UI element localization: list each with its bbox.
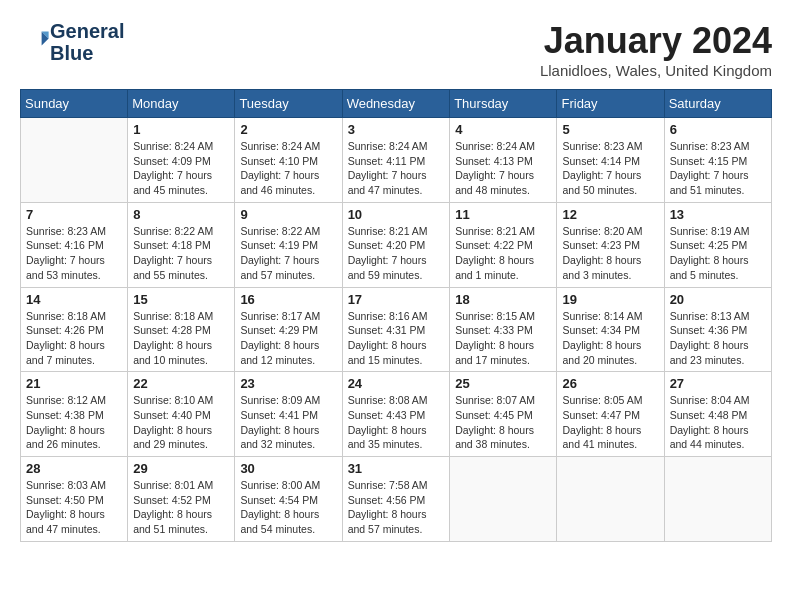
- day-number: 19: [562, 292, 658, 307]
- day-number: 5: [562, 122, 658, 137]
- day-info: Sunrise: 8:24 AM Sunset: 4:10 PM Dayligh…: [240, 139, 336, 198]
- calendar-cell: 11Sunrise: 8:21 AM Sunset: 4:22 PM Dayli…: [450, 202, 557, 287]
- calendar-cell: 10Sunrise: 8:21 AM Sunset: 4:20 PM Dayli…: [342, 202, 450, 287]
- day-number: 24: [348, 376, 445, 391]
- day-info: Sunrise: 8:22 AM Sunset: 4:18 PM Dayligh…: [133, 224, 229, 283]
- calendar-cell: 4Sunrise: 8:24 AM Sunset: 4:13 PM Daylig…: [450, 118, 557, 203]
- day-info: Sunrise: 8:14 AM Sunset: 4:34 PM Dayligh…: [562, 309, 658, 368]
- day-info: Sunrise: 8:23 AM Sunset: 4:14 PM Dayligh…: [562, 139, 658, 198]
- week-row-3: 14Sunrise: 8:18 AM Sunset: 4:26 PM Dayli…: [21, 287, 772, 372]
- day-info: Sunrise: 8:03 AM Sunset: 4:50 PM Dayligh…: [26, 478, 122, 537]
- calendar-cell: 29Sunrise: 8:01 AM Sunset: 4:52 PM Dayli…: [128, 457, 235, 542]
- day-info: Sunrise: 8:24 AM Sunset: 4:11 PM Dayligh…: [348, 139, 445, 198]
- calendar-cell: 16Sunrise: 8:17 AM Sunset: 4:29 PM Dayli…: [235, 287, 342, 372]
- calendar-cell: [21, 118, 128, 203]
- calendar-cell: 17Sunrise: 8:16 AM Sunset: 4:31 PM Dayli…: [342, 287, 450, 372]
- day-info: Sunrise: 7:58 AM Sunset: 4:56 PM Dayligh…: [348, 478, 445, 537]
- logo: General Blue: [20, 20, 124, 64]
- day-number: 14: [26, 292, 122, 307]
- day-info: Sunrise: 8:13 AM Sunset: 4:36 PM Dayligh…: [670, 309, 766, 368]
- day-number: 22: [133, 376, 229, 391]
- calendar-cell: 25Sunrise: 8:07 AM Sunset: 4:45 PM Dayli…: [450, 372, 557, 457]
- column-header-sunday: Sunday: [21, 90, 128, 118]
- day-info: Sunrise: 8:01 AM Sunset: 4:52 PM Dayligh…: [133, 478, 229, 537]
- column-header-wednesday: Wednesday: [342, 90, 450, 118]
- day-info: Sunrise: 8:07 AM Sunset: 4:45 PM Dayligh…: [455, 393, 551, 452]
- day-info: Sunrise: 8:16 AM Sunset: 4:31 PM Dayligh…: [348, 309, 445, 368]
- day-number: 15: [133, 292, 229, 307]
- day-number: 29: [133, 461, 229, 476]
- calendar-cell: 8Sunrise: 8:22 AM Sunset: 4:18 PM Daylig…: [128, 202, 235, 287]
- day-info: Sunrise: 8:17 AM Sunset: 4:29 PM Dayligh…: [240, 309, 336, 368]
- calendar-cell: 1Sunrise: 8:24 AM Sunset: 4:09 PM Daylig…: [128, 118, 235, 203]
- calendar-cell: 3Sunrise: 8:24 AM Sunset: 4:11 PM Daylig…: [342, 118, 450, 203]
- calendar-cell: 15Sunrise: 8:18 AM Sunset: 4:28 PM Dayli…: [128, 287, 235, 372]
- calendar-cell: 18Sunrise: 8:15 AM Sunset: 4:33 PM Dayli…: [450, 287, 557, 372]
- day-number: 23: [240, 376, 336, 391]
- calendar-cell: 12Sunrise: 8:20 AM Sunset: 4:23 PM Dayli…: [557, 202, 664, 287]
- calendar-cell: 28Sunrise: 8:03 AM Sunset: 4:50 PM Dayli…: [21, 457, 128, 542]
- day-number: 28: [26, 461, 122, 476]
- location: Llanidloes, Wales, United Kingdom: [540, 62, 772, 79]
- calendar-cell: 27Sunrise: 8:04 AM Sunset: 4:48 PM Dayli…: [664, 372, 771, 457]
- day-info: Sunrise: 8:18 AM Sunset: 4:26 PM Dayligh…: [26, 309, 122, 368]
- calendar-cell: 13Sunrise: 8:19 AM Sunset: 4:25 PM Dayli…: [664, 202, 771, 287]
- calendar-header-row: SundayMondayTuesdayWednesdayThursdayFrid…: [21, 90, 772, 118]
- day-number: 10: [348, 207, 445, 222]
- calendar-cell: 26Sunrise: 8:05 AM Sunset: 4:47 PM Dayli…: [557, 372, 664, 457]
- day-info: Sunrise: 8:24 AM Sunset: 4:09 PM Dayligh…: [133, 139, 229, 198]
- day-number: 12: [562, 207, 658, 222]
- day-info: Sunrise: 8:21 AM Sunset: 4:20 PM Dayligh…: [348, 224, 445, 283]
- calendar-cell: 20Sunrise: 8:13 AM Sunset: 4:36 PM Dayli…: [664, 287, 771, 372]
- day-number: 2: [240, 122, 336, 137]
- column-header-tuesday: Tuesday: [235, 90, 342, 118]
- day-info: Sunrise: 8:04 AM Sunset: 4:48 PM Dayligh…: [670, 393, 766, 452]
- logo-icon: [22, 26, 50, 54]
- day-number: 4: [455, 122, 551, 137]
- calendar-cell: 31Sunrise: 7:58 AM Sunset: 4:56 PM Dayli…: [342, 457, 450, 542]
- day-number: 25: [455, 376, 551, 391]
- day-info: Sunrise: 8:19 AM Sunset: 4:25 PM Dayligh…: [670, 224, 766, 283]
- page-header: General Blue January 2024 Llanidloes, Wa…: [20, 20, 772, 79]
- day-info: Sunrise: 8:21 AM Sunset: 4:22 PM Dayligh…: [455, 224, 551, 283]
- column-header-thursday: Thursday: [450, 90, 557, 118]
- calendar-cell: 21Sunrise: 8:12 AM Sunset: 4:38 PM Dayli…: [21, 372, 128, 457]
- logo-text: General Blue: [50, 20, 124, 64]
- calendar-cell: 30Sunrise: 8:00 AM Sunset: 4:54 PM Dayli…: [235, 457, 342, 542]
- calendar-cell: 19Sunrise: 8:14 AM Sunset: 4:34 PM Dayli…: [557, 287, 664, 372]
- week-row-5: 28Sunrise: 8:03 AM Sunset: 4:50 PM Dayli…: [21, 457, 772, 542]
- day-info: Sunrise: 8:18 AM Sunset: 4:28 PM Dayligh…: [133, 309, 229, 368]
- day-info: Sunrise: 8:22 AM Sunset: 4:19 PM Dayligh…: [240, 224, 336, 283]
- day-number: 18: [455, 292, 551, 307]
- day-info: Sunrise: 8:08 AM Sunset: 4:43 PM Dayligh…: [348, 393, 445, 452]
- column-header-saturday: Saturday: [664, 90, 771, 118]
- day-info: Sunrise: 8:09 AM Sunset: 4:41 PM Dayligh…: [240, 393, 336, 452]
- calendar-cell: 7Sunrise: 8:23 AM Sunset: 4:16 PM Daylig…: [21, 202, 128, 287]
- day-number: 3: [348, 122, 445, 137]
- week-row-1: 1Sunrise: 8:24 AM Sunset: 4:09 PM Daylig…: [21, 118, 772, 203]
- day-number: 11: [455, 207, 551, 222]
- column-header-friday: Friday: [557, 90, 664, 118]
- day-info: Sunrise: 8:23 AM Sunset: 4:15 PM Dayligh…: [670, 139, 766, 198]
- month-title: January 2024: [540, 20, 772, 62]
- day-number: 17: [348, 292, 445, 307]
- day-number: 21: [26, 376, 122, 391]
- day-number: 1: [133, 122, 229, 137]
- day-number: 26: [562, 376, 658, 391]
- calendar-cell: [664, 457, 771, 542]
- calendar-cell: 5Sunrise: 8:23 AM Sunset: 4:14 PM Daylig…: [557, 118, 664, 203]
- day-info: Sunrise: 8:24 AM Sunset: 4:13 PM Dayligh…: [455, 139, 551, 198]
- day-number: 16: [240, 292, 336, 307]
- calendar-cell: 6Sunrise: 8:23 AM Sunset: 4:15 PM Daylig…: [664, 118, 771, 203]
- day-number: 9: [240, 207, 336, 222]
- day-info: Sunrise: 8:23 AM Sunset: 4:16 PM Dayligh…: [26, 224, 122, 283]
- day-number: 20: [670, 292, 766, 307]
- calendar-cell: [557, 457, 664, 542]
- calendar-cell: [450, 457, 557, 542]
- column-header-monday: Monday: [128, 90, 235, 118]
- calendar-table: SundayMondayTuesdayWednesdayThursdayFrid…: [20, 89, 772, 542]
- day-info: Sunrise: 8:12 AM Sunset: 4:38 PM Dayligh…: [26, 393, 122, 452]
- week-row-2: 7Sunrise: 8:23 AM Sunset: 4:16 PM Daylig…: [21, 202, 772, 287]
- day-number: 6: [670, 122, 766, 137]
- title-block: January 2024 Llanidloes, Wales, United K…: [540, 20, 772, 79]
